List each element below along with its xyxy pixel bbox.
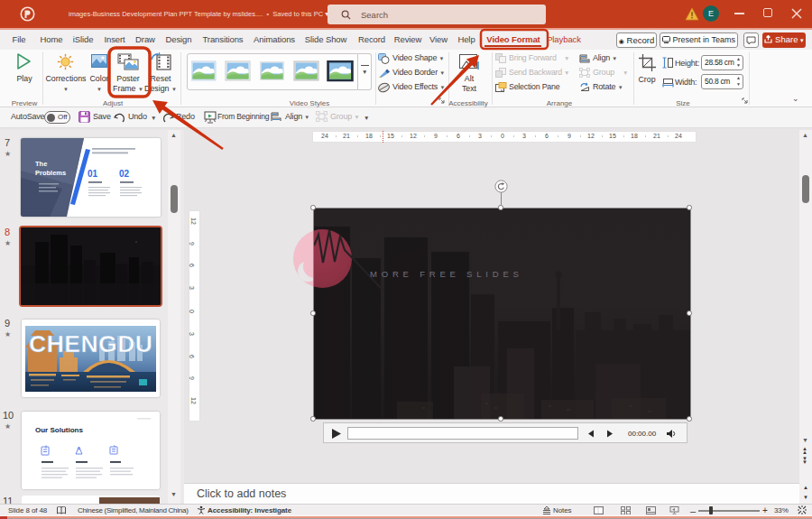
svg-text:The: The [35, 160, 47, 168]
svg-text:02: 02 [119, 169, 130, 179]
svg-text:Our Solutions: Our Solutions [35, 426, 83, 434]
svg-text:CHENGDU: CHENGDU [29, 330, 152, 357]
svg-text:01: 01 [88, 169, 98, 179]
svg-text:Problems: Problems [35, 169, 66, 177]
